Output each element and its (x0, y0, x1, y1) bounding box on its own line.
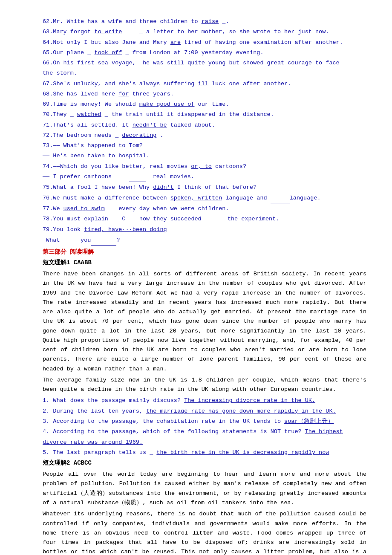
section3-header: 第三部分 阅读理解 (43, 247, 366, 257)
line-65: 65.Our plane _ took off _ from London at… (43, 48, 366, 58)
line-67: 67.She's unlucky, and she's always suffe… (43, 79, 366, 89)
reading1-q2: 2. During the last ten years, the marria… (43, 407, 366, 416)
reading1-q4: 4. According to the passage, which of th… (43, 427, 366, 436)
reading1-passage2: The average family size now in the UK is… (43, 376, 366, 395)
reading2-passage2: Whatever its underlying reasons, there i… (43, 509, 366, 555)
reading2-header: 短文理解2 ACBCC (43, 458, 366, 468)
page-content: 62.Mr. White has a wife and three childr… (43, 17, 366, 555)
reading1-q1: 1. What does the passage mainly discuss?… (43, 396, 366, 405)
line-79: 79.You look tired, have···been doing (43, 225, 366, 234)
reading1-q4b: divorce rate was around 1969. (43, 438, 366, 447)
line-74b: —— I prefer cartoons real movies. (43, 172, 366, 182)
reading1-header: 短文理解1 CAABB (43, 258, 366, 268)
line-63: 63.Mary forgot to write _ a letter to he… (43, 27, 366, 37)
line-78: 78.You must explain C how they succeeded… (43, 214, 366, 224)
reading1-passage1: There have been changes in all sorts of … (43, 269, 366, 374)
reading1-q3: 3. According to the passage, the cohabit… (43, 417, 366, 426)
line-70: 70.They _ watched _ the train until it d… (43, 110, 366, 119)
line-74a: 74.——Which do you like better, real movi… (43, 162, 366, 171)
line-62: 62.Mr. White has a wife and three childr… (43, 17, 366, 26)
line-what: What you ? (43, 236, 366, 246)
line-71: 71.That's all settled. It needn't be tal… (43, 121, 366, 130)
line-73a: 73.—— What's happened to Tom? (43, 141, 366, 150)
reading2-passage1: People all over the world today are begi… (43, 470, 366, 508)
line-72: 72.The bedroom needs _ decorating . (43, 131, 366, 140)
line-66: 66.On his first sea voyage, he was still… (43, 58, 366, 68)
line-76: 76.We must make a difference between spo… (43, 194, 366, 203)
reading1-q5: 5. The last paragraph tells us _ the bir… (43, 448, 366, 457)
line-68: 68.She has lived here for three years. (43, 90, 366, 99)
line-66b: the storm. (43, 69, 366, 78)
line-77: 77.We used to swim every day when we wer… (43, 204, 366, 214)
line-64: 64.Not only I but also Jane and Mary are… (43, 38, 366, 47)
line-75: 75.What a fool I have been! Why didn't I… (43, 183, 366, 192)
line-73b: —— He's been taken to hospital. (43, 151, 366, 161)
line-69: 69.Time is money! We should make good us… (43, 100, 366, 109)
